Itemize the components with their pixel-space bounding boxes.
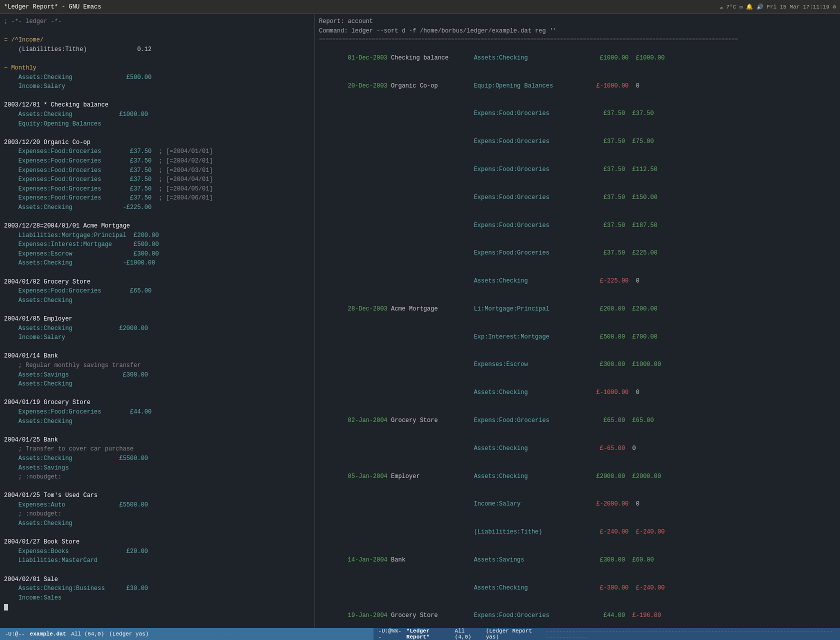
table-row: Income:Salary £-2000.00 0 (319, 490, 836, 518)
status-filename-left: example.dat (30, 631, 66, 637)
table-row: Assets:Checking £-1000.00 0 (319, 379, 836, 407)
table-row: 14-Jan-2004 Bank Assets:Savings £300.00 … (319, 546, 836, 574)
tx-20040119: 2004/01/19 Grocery Store (4, 398, 310, 408)
tx-20040201: 2004/02/01 Sale (4, 575, 310, 584)
tx-20031228: 2003/12/28=2004/01/01 Acme Mortgage (4, 222, 310, 231)
report-transactions: 01-Dec-2003 Checking balance Assets:Chec… (319, 44, 836, 628)
status-major-mode-left: (Ledger yas) (109, 631, 148, 637)
table-row: 05-Jan-2004 Employer Assets:Checking £20… (319, 462, 836, 490)
ledger-comment-line: ; -*- ledger -*- (4, 17, 310, 26)
report-command: Command: ledger --sort d -f /home/borbus… (319, 26, 836, 36)
title-bar: *Ledger Report* - GNU Emacs ☁ 7°C ✉ 🔔 🔊 … (0, 0, 840, 14)
left-editor-pane[interactable]: ; -*- ledger -*- = /^Income/ (Liabilitie… (0, 14, 315, 628)
table-row: 19-Jan-2004 Grocery Store Expens:Food:Gr… (319, 602, 836, 628)
table-row: Expenses:Escrow £300.00 £1000.00 (319, 351, 836, 379)
tx-20040105: 2004/01/05 Employer (4, 314, 310, 324)
table-row: Expens:Food:Groceries £37.50 £37.50 (319, 100, 836, 128)
income-rule: = /^Income/ (4, 36, 310, 45)
table-row: 28-Dec-2003 Acme Mortgage Li:Mortgage:Pr… (319, 295, 836, 323)
status-filename-right: *Ledger Report* (406, 628, 450, 640)
tx-20040125-cars: 2004/01/25 Tom's Used Cars (4, 491, 310, 500)
tx-20031201: 2003/12/01 * Checking balance (4, 100, 310, 110)
status-divider: ----------------------------------------… (154, 631, 368, 637)
tx-20040125-bank: 2004/01/25 Bank (4, 436, 310, 445)
status-divider-right: ----------------------------------------… (546, 628, 835, 640)
tx-20040102: 2004/01/02 Grocery Store (4, 278, 310, 287)
table-row: Assets:Checking £-300.00 £-240.00 (319, 574, 836, 602)
table-row: Expens:Food:Groceries £37.50 £75.00 (319, 128, 836, 156)
status-major-mode-right: (Ledger Report yas) (486, 628, 541, 640)
status-mode-right: -U:@%%-- (378, 628, 402, 640)
table-row: Assets:Checking £-225.00 0 (319, 267, 836, 295)
status-info-left: All (64,0) (71, 631, 104, 637)
status-info-right: All (4,0) (455, 628, 481, 640)
tithe-entry: (Liabilities:Tithe) 0.12 (4, 45, 310, 54)
status-right: -U:@%%-- *Ledger Report* All (4,0) (Ledg… (374, 628, 840, 640)
right-report-pane: Report: account Command: ledger --sort d… (315, 14, 840, 628)
table-row: 20-Dec-2003 Organic Co-op Equip:Opening … (319, 72, 836, 100)
report-title: Report: account (319, 17, 836, 26)
table-row: Exp:Interest:Mortgage £500.00 £700.00 (319, 323, 836, 351)
table-row: Expens:Food:Groceries £37.50 £150.00 (319, 184, 836, 212)
app-title: *Ledger Report* - GNU Emacs (4, 4, 101, 10)
status-mode-left: -U:@-- (5, 631, 25, 637)
income-salary-entry: Income:Salary (4, 82, 310, 92)
table-row: 02-Jan-2004 Grocery Store Expens:Food:Gr… (319, 406, 836, 434)
table-row: Expens:Food:Groceries £37.50 £187.50 (319, 212, 836, 240)
tx-20040114: 2004/01/14 Bank (4, 352, 310, 361)
table-row: 01-Dec-2003 Checking balance Assets:Chec… (319, 44, 836, 72)
assets-checking-entry: Assets:Checking £500.00 (4, 73, 310, 82)
system-tray: ☁ 7°C ✉ 🔔 🔊 Fri 15 Mar 17:11:19 ⚙ (720, 4, 836, 10)
tx-20040127: 2004/01/27 Book Store (4, 538, 310, 547)
status-left: -U:@-- example.dat All (64,0) (Ledger ya… (0, 628, 374, 640)
tx-20031220: 2003/12/20 Organic Co-op (4, 138, 310, 148)
table-row: Assets:Checking £-65.00 0 (319, 434, 836, 462)
status-bar: -U:@-- example.dat All (64,0) (Ledger ya… (0, 628, 840, 640)
table-row: Expens:Food:Groceries £37.50 £225.00 (319, 240, 836, 268)
table-row: (Liabilities:Tithe) £-240.00 £-240.00 (319, 518, 836, 546)
monthly-periodic: ~ Monthly (4, 64, 310, 73)
report-separator: ========================================… (319, 36, 836, 44)
table-row: Expens:Food:Groceries £37.50 £112.50 (319, 156, 836, 184)
